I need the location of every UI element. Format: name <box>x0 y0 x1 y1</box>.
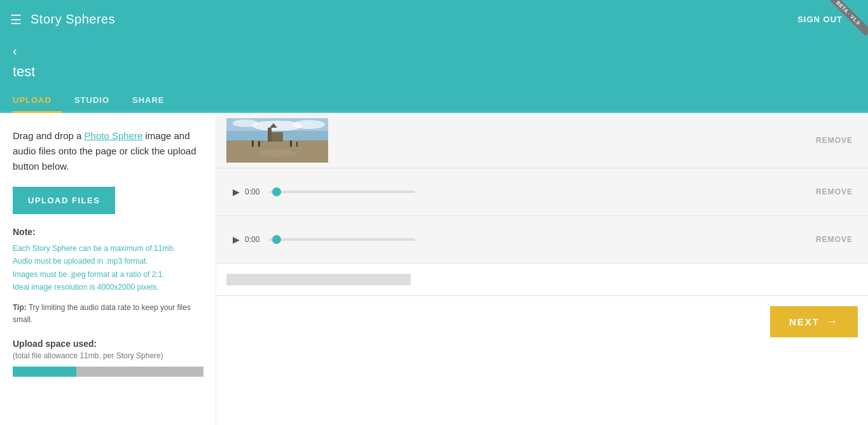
action-row: NEXT → <box>216 296 868 347</box>
photo-sphere-link[interactable]: Photo Sphere <box>85 130 143 141</box>
svg-rect-6 <box>268 128 272 142</box>
note-text: Each Story Sphere can be a maximum of 11… <box>13 242 203 294</box>
tab-upload[interactable]: UPLOAD <box>13 89 62 113</box>
audio-player-1: ▶ 0:00 <box>226 187 811 197</box>
menu-icon[interactable]: ☰ <box>10 12 22 27</box>
tip-text: Tip: Try limiting the audio data rate to… <box>13 302 203 326</box>
right-panel: REMOVE ▶ 0:00 REMOVE ▶ 0:00 REMOVE <box>216 113 868 425</box>
progress-bar <box>13 367 203 377</box>
audio-file-row-1: ▶ 0:00 REMOVE <box>216 168 868 216</box>
audio-remove-button-2[interactable]: REMOVE <box>811 233 858 246</box>
svg-point-3 <box>233 119 258 127</box>
svg-rect-7 <box>272 132 283 142</box>
time-label-2: 0:00 <box>245 235 264 244</box>
svg-point-4 <box>293 120 325 129</box>
upload-files-button[interactable]: UPLOAD FILES <box>13 187 115 214</box>
back-button[interactable]: ‹ <box>13 44 17 58</box>
next-label: NEXT <box>789 316 820 327</box>
next-button[interactable]: NEXT → <box>770 306 858 337</box>
note-title: Note: <box>13 227 203 237</box>
tab-studio[interactable]: STUDIO <box>74 89 120 113</box>
panorama-thumbnail <box>226 118 328 163</box>
progress-bar-empty <box>76 367 203 377</box>
time-label-1: 0:00 <box>245 187 264 196</box>
audio-remove-button-1[interactable]: REMOVE <box>811 185 858 199</box>
upload-space-title: Upload space used: <box>13 339 203 349</box>
play-button-1[interactable]: ▶ <box>233 187 240 197</box>
tab-share[interactable]: SHARE <box>132 89 175 113</box>
note-line-2: Audio must be uploaded in .mp3 format. <box>13 255 203 267</box>
panorama-svg <box>226 118 328 163</box>
audio-thumb-2 <box>272 235 281 244</box>
svg-point-13 <box>258 149 296 157</box>
audio-player-2: ▶ 0:00 <box>226 234 811 245</box>
empty-bar <box>226 274 411 285</box>
audio-track-1[interactable] <box>269 191 415 193</box>
next-arrow-icon: → <box>826 315 839 328</box>
empty-row <box>216 264 868 296</box>
sub-header: ‹ test <box>0 39 868 88</box>
play-button-2[interactable]: ▶ <box>233 234 240 245</box>
tab-bar: UPLOAD STUDIO SHARE <box>0 88 868 113</box>
note-line-4: Ideal image resolution is 4000x2000 pixe… <box>13 281 203 293</box>
audio-thumb-1 <box>272 187 281 196</box>
upload-space-sub: (total file allowance 11mb, per Story Sp… <box>13 351 203 360</box>
svg-rect-9 <box>252 140 254 147</box>
audio-track-2[interactable] <box>269 238 415 241</box>
note-section: Note: Each Story Sphere can be a maximum… <box>13 227 203 294</box>
page-title: test <box>13 61 855 88</box>
beta-label: BETA · V1.0 <box>830 0 868 36</box>
image-remove-button[interactable]: REMOVE <box>811 133 858 147</box>
note-line-3: Images must be .jpeg format at a ratio o… <box>13 268 203 281</box>
image-file-row: REMOVE <box>216 113 868 168</box>
note-line-1: Each Story Sphere can be a maximum of 11… <box>13 242 203 255</box>
instruction-text: Drag and drop a Photo Sphere image and a… <box>13 128 203 174</box>
app-title: Story Spheres <box>31 12 115 27</box>
audio-file-row-2: ▶ 0:00 REMOVE <box>216 216 868 264</box>
beta-ribbon: BETA · V1.0 <box>830 0 868 38</box>
svg-rect-12 <box>296 142 298 147</box>
svg-rect-11 <box>290 140 292 147</box>
header: ☰ Story Spheres SIGN OUT BETA · V1.0 <box>0 0 868 39</box>
left-panel: Drag and drop a Photo Sphere image and a… <box>0 113 216 425</box>
svg-rect-10 <box>258 141 260 147</box>
progress-bar-filled <box>13 367 76 377</box>
main-content: Drag and drop a Photo Sphere image and a… <box>0 113 868 425</box>
